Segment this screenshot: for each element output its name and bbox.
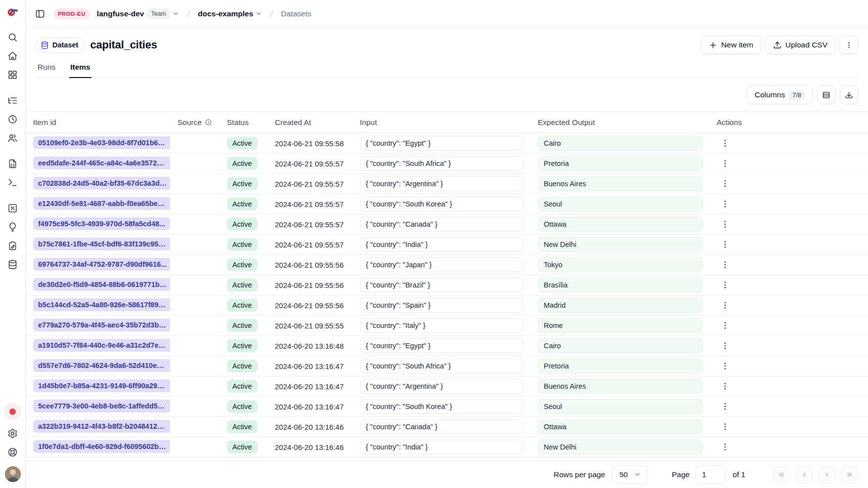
playground-icon[interactable] — [3, 173, 22, 192]
column-header-created-at: Created At — [267, 118, 352, 127]
export-button[interactable] — [840, 85, 858, 104]
rows-per-page-select[interactable]: 50 — [612, 465, 648, 484]
row-height-button[interactable] — [817, 85, 835, 104]
users-icon[interactable] — [3, 128, 22, 147]
prompts-icon[interactable] — [3, 154, 22, 173]
breadcrumb-datasets-link[interactable]: Datasets — [281, 9, 311, 18]
expected-output-cell[interactable]: Pretoria — [538, 359, 702, 373]
support-icon[interactable] — [3, 443, 22, 461]
row-actions-button[interactable] — [717, 358, 734, 374]
row-actions-button[interactable] — [717, 277, 734, 293]
kebab-menu-icon — [720, 219, 730, 229]
row-actions-button[interactable] — [717, 135, 734, 152]
expected-output-cell[interactable]: Buenos Aires — [538, 379, 702, 394]
row-actions-button[interactable] — [717, 256, 734, 273]
expected-output-cell[interactable]: Madrid — [538, 298, 702, 313]
project-selector[interactable]: docs-examples — [198, 9, 262, 18]
input-cell[interactable]: { "country": "South Korea" } — [360, 399, 523, 414]
previous-page-button[interactable] — [796, 466, 813, 483]
expected-output-cell[interactable]: Rome — [538, 318, 702, 333]
more-actions-button[interactable] — [839, 36, 858, 54]
row-actions-button[interactable] — [717, 196, 734, 212]
row-actions-button[interactable] — [717, 155, 734, 172]
upload-csv-button[interactable]: Upload CSV — [765, 36, 835, 54]
input-cell[interactable]: { "country": "Egypt" } — [360, 136, 523, 151]
page-number-input[interactable] — [695, 465, 726, 484]
first-page-button[interactable] — [773, 466, 790, 483]
next-page-button[interactable] — [819, 466, 835, 483]
llm-as-judge-icon[interactable] — [3, 217, 22, 236]
row-actions-button[interactable] — [717, 216, 734, 233]
row-actions-button[interactable] — [717, 297, 734, 314]
input-cell[interactable]: { "country": "Argentina" } — [360, 176, 523, 191]
row-actions-button[interactable] — [717, 175, 734, 192]
input-cell[interactable]: { "country": "Spain" } — [360, 298, 523, 313]
expected-output-cell[interactable]: Tokyo — [538, 257, 702, 272]
item-id-link[interactable]: f4975c95-5fc3-4939-970d-58fa5cd48... — [33, 217, 170, 230]
tab-runs[interactable]: Runs — [37, 63, 56, 78]
item-id-link[interactable]: 69764737-34af-4752-9787-d90df9616... — [33, 258, 170, 271]
input-cell[interactable]: { "country": "Italy" } — [360, 318, 523, 333]
input-cell[interactable]: { "country": "Canada" } — [360, 419, 523, 434]
input-cell[interactable]: { "country": "Argentina" } — [360, 379, 523, 394]
input-cell[interactable]: { "country": "South Africa" } — [360, 359, 523, 373]
expected-output-cell[interactable]: New Delhi — [538, 440, 702, 454]
item-id-link[interactable]: a322b319-9412-4f43-b8f2-b20484127f... — [33, 420, 170, 433]
item-id-link[interactable]: 1d45b0e7-b85a-4231-9149-6ff90a294... — [33, 379, 170, 392]
expected-output-cell[interactable]: Seoul — [538, 399, 702, 414]
evaluation-icon[interactable] — [3, 199, 22, 217]
item-id-link[interactable]: c702838d-24d5-40a2-bf35-67dc3a3df... — [33, 177, 170, 190]
input-cell[interactable]: { "country": "Brazil" } — [360, 278, 523, 292]
expected-output-cell[interactable]: Ottawa — [538, 217, 702, 232]
settings-icon[interactable] — [3, 424, 22, 443]
row-actions-button[interactable] — [717, 439, 734, 455]
item-id-link[interactable]: e12430df-5e81-4687-aabb-f0ea65be8a... — [33, 197, 170, 210]
expected-output-cell[interactable]: Seoul — [538, 197, 702, 211]
item-id-link[interactable]: 1f0e7da1-dbff-4e60-929d-f6095602bb... — [33, 440, 170, 453]
tracing-icon[interactable] — [3, 91, 22, 110]
input-cell[interactable]: { "country": "Japan" } — [360, 257, 523, 272]
input-cell[interactable]: { "country": "South Korea" } — [360, 197, 523, 211]
search-icon[interactable] — [3, 28, 22, 46]
user-avatar[interactable] — [5, 466, 21, 482]
annotation-queue-icon[interactable] — [3, 236, 22, 255]
row-actions-button[interactable] — [717, 398, 734, 415]
columns-button[interactable]: Columns 7/8 — [747, 85, 813, 104]
record-indicator[interactable] — [4, 403, 21, 420]
dashboard-icon[interactable] — [3, 65, 22, 84]
expected-output-cell[interactable]: Cairo — [538, 338, 702, 353]
datasets-icon[interactable] — [3, 255, 22, 274]
item-id-link[interactable]: d557e7d6-7802-4624-9da6-52d410ea5... — [33, 359, 170, 372]
row-actions-button[interactable] — [717, 236, 734, 253]
row-actions-button[interactable] — [717, 418, 734, 435]
item-id-link[interactable]: a1910d57-7f84-440c-9e46-a31c2d7e21... — [33, 339, 170, 352]
row-actions-button[interactable] — [717, 317, 734, 334]
item-id-link[interactable]: e779a270-579a-4f45-aec4-35b72d3bff... — [33, 319, 170, 331]
expected-output-cell[interactable]: Buenos Aires — [538, 176, 702, 191]
item-id-link[interactable]: eed5dafe-244f-465c-a84c-4a6e357251... — [33, 157, 170, 169]
tab-items[interactable]: Items — [69, 63, 91, 78]
home-icon[interactable] — [3, 46, 22, 65]
new-item-button[interactable]: New item — [701, 36, 761, 54]
item-id-link[interactable]: de30d2e0-f5d9-4854-88b6-0619771b8... — [33, 278, 170, 291]
row-actions-button[interactable] — [717, 337, 734, 354]
expected-output-cell[interactable]: Cairo — [538, 136, 702, 151]
expected-output-cell[interactable]: Pretoria — [538, 156, 702, 171]
expected-output-cell[interactable]: Brasília — [538, 278, 702, 292]
item-id-link[interactable]: b5c144cd-52a5-4a80-926e-58617f895... — [33, 298, 170, 311]
item-id-link[interactable]: 5cee7779-3e00-4eb8-be8c-1affedd524... — [33, 400, 170, 412]
item-id-link[interactable]: 05109ef0-2e3b-4e03-98dd-8f7d01b61f... — [33, 136, 170, 149]
input-cell[interactable]: { "country": "Canada" } — [360, 217, 523, 232]
last-page-button[interactable] — [841, 466, 858, 483]
sessions-icon[interactable] — [3, 110, 22, 128]
input-cell[interactable]: { "country": "Egypt" } — [360, 338, 523, 353]
input-cell[interactable]: { "country": "India" } — [360, 237, 523, 252]
row-actions-button[interactable] — [717, 378, 734, 395]
org-selector[interactable]: langfuse-dev Team — [95, 8, 179, 19]
expected-output-cell[interactable]: New Delhi — [538, 237, 702, 252]
sidebar-toggle-icon[interactable] — [32, 5, 48, 22]
item-id-link[interactable]: b75c7861-1fbe-45cf-bdf6-83f139c95539 — [33, 238, 170, 250]
expected-output-cell[interactable]: Ottawa — [538, 419, 702, 434]
input-cell[interactable]: { "country": "South Africa" } — [360, 156, 523, 171]
input-cell[interactable]: { "country": "India" } — [360, 440, 523, 454]
